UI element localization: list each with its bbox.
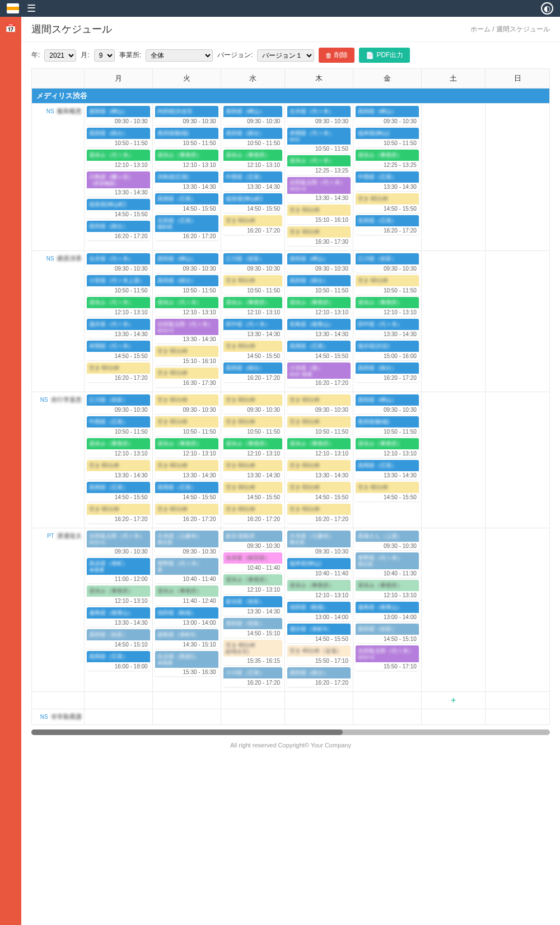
day-cell[interactable]: 江川様（初富）09:30 - 10:30空き 60分枠10:50 - 11:50… [353, 250, 421, 392]
schedule-event[interactable]: 小笠様（代々木上原）10:50 - 11:50 [87, 275, 150, 295]
schedule-event[interactable]: 池田様（駒場）13:00 - 14:00 [287, 602, 351, 621]
schedule-event[interactable]: 昼休み（代々木）12:25 - 13:25 [287, 155, 351, 175]
schedule-event[interactable]: 空き 60分枠15:10 - 16:10 [287, 204, 351, 224]
day-cell[interactable]: 空き 60分枠09:30 - 10:30空き 60分枠10:50 - 11:50… [152, 392, 221, 528]
schedule-event[interactable]: 高岡様（広尾）13:30 - 14:30 [356, 460, 419, 480]
schedule-event[interactable]: 空き 60分枠16:20 - 17:20 [287, 504, 351, 523]
schedule-event[interactable]: 原田様（岬山）09:30 - 10:30 [356, 394, 419, 414]
schedule-event[interactable]: 吉田龍太郎（代々木）40分×209:30 - 10:30 [87, 531, 150, 556]
schedule-event[interactable]: 昼休み（事務所）12:10 - 13:10 [356, 297, 419, 317]
schedule-event[interactable]: 原田様（岬山）09:30 - 10:30 [287, 253, 351, 273]
day-cell[interactable] [421, 392, 486, 528]
schedule-event[interactable]: 原田様（初富）14:50 - 15:10 [356, 624, 419, 643]
day-cell[interactable]: 原田様（岬山）09:30 - 10:30高田様（師台）10:50 - 11:50… [152, 250, 221, 392]
schedule-event[interactable]: 昼休み（事務所）12:10 - 13:10 [223, 150, 283, 169]
schedule-event[interactable]: 高田様（師台）10:50 - 11:50 [87, 128, 150, 147]
day-cell[interactable]: 大木様（元麻布）果生部09:30 - 10:30青野様（代々木）愛10:40 -… [152, 528, 221, 692]
schedule-event[interactable]: 堀井様(渋谷)15:00 - 16:00 [356, 341, 419, 360]
schedule-event[interactable]: 酒井様（代々木）13:30 - 14:30 [87, 319, 150, 338]
schedule-event[interactable]: 空き 60分枠14:50 - 15:50 [356, 193, 419, 213]
day-cell[interactable] [486, 528, 550, 692]
schedule-event[interactable]: 石田様（広尾）様斜視16:20 - 17:20 [155, 215, 218, 240]
schedule-event[interactable]: 空き 60分枠09:30 - 10:30 [155, 394, 218, 414]
day-cell[interactable]: 高田様（岬山）09:30 - 10:30福本様(神山)10:50 - 11:50… [353, 104, 421, 251]
delete-button[interactable]: 🗑 削除 [319, 48, 354, 63]
schedule-event[interactable]: 高田様（師台）10:50 - 11:50 [287, 275, 351, 295]
schedule-event[interactable]: 昼休み（事務所）12:10 - 13:10 [287, 297, 351, 317]
schedule-event[interactable]: 大木様（元麻布）果生部09:30 - 10:30 [155, 531, 218, 556]
day-cell[interactable] [486, 392, 550, 528]
schedule-event[interactable]: 空き 40分枠(砂塔在宅)15:35 - 16:15 [223, 640, 283, 665]
schedule-event[interactable]: 福本様(神山)10:50 - 11:50 [356, 128, 419, 147]
schedule-event[interactable]: 原田様（岬山）09:30 - 10:30 [87, 106, 150, 125]
schedule-event[interactable]: 空き 60分枠10:50 - 11:50 [223, 416, 283, 436]
schedule-event[interactable]: 空き 60分枠16:20 - 17:20 [223, 504, 283, 523]
schedule-event[interactable]: 空き 60分枠16:30 - 17:30 [287, 226, 351, 246]
day-cell[interactable]: 新谷 様栃尼09:30 - 10:30水井様（師宮様）10:40 - 11:40… [221, 528, 285, 692]
day-cell[interactable]: 原田様（岬山）09:30 - 10:30高田様（師台）10:50 - 11:50… [221, 104, 285, 251]
schedule-event[interactable]: 空き 60分枠14:50 - 15:50 [356, 482, 419, 501]
schedule-event[interactable]: 原田様（初富）14:50 - 15:10 [87, 629, 150, 649]
version-select[interactable]: バージョン１ [257, 49, 314, 62]
schedule-event[interactable]: 昼休み（事務所）12:10 - 13:10 [223, 574, 283, 594]
schedule-event[interactable]: 中西様（広尾）10:50 - 11:50 [87, 416, 150, 436]
schedule-event[interactable]: 空き 60分枠10:50 - 11:50 [287, 416, 351, 436]
schedule-event[interactable]: 昼休み（事務所）12:10 - 13:10 [356, 438, 419, 458]
day-cell[interactable]: 江川様（初富）09:30 - 10:30中西様（広尾）10:50 - 11:50… [84, 392, 152, 528]
add-schedule-icon[interactable]: + [421, 692, 486, 709]
schedule-event[interactable]: 小寺様（泉）50分 猫連16:20 - 17:20 [287, 362, 351, 388]
day-cell[interactable]: 吉田龍太郎（代々木）40分×209:30 - 10:30高谷様（幸町）★猫連11… [84, 528, 152, 692]
schedule-event[interactable]: 福音様(神山町)14:50 - 15:50 [87, 199, 150, 219]
day-cell[interactable]: 江川様（初富）09:30 - 10:30空き 60分枠10:50 - 11:50… [221, 250, 285, 392]
schedule-event[interactable]: 遠島様（南青山）13:30 - 14:30 [87, 607, 150, 627]
schedule-event[interactable]: 昼休み（事務所）12:10 - 13:10 [87, 438, 150, 458]
schedule-event[interactable]: 小川様（広尾）16:20 - 17:20 [223, 667, 283, 687]
schedule-event[interactable]: 長島様（南青山）13:30 - 14:30 [287, 319, 351, 338]
schedule-event[interactable]: 中西様（広尾）13:30 - 14:30 [223, 171, 283, 191]
day-cell[interactable] [285, 709, 353, 725]
schedule-event[interactable]: 青野様（代々木）果生部10:40 - 11:30 [356, 552, 419, 578]
schedule-event[interactable]: 原田様（師台）16:20 - 17:20 [287, 667, 351, 687]
day-cell[interactable] [421, 709, 486, 725]
schedule-event[interactable]: 福本様(神山)10:40 - 11:40 [287, 558, 351, 578]
schedule-event[interactable]: 空き 60分枠16:20 - 17:20 [87, 362, 150, 382]
schedule-event[interactable]: 大木様（元麻布）果生部09:30 - 10:30 [287, 531, 351, 556]
day-cell[interactable] [421, 104, 486, 251]
day-cell[interactable]: 大木様（元麻布）果生部09:30 - 10:30福本様(神山)10:40 - 1… [285, 528, 353, 692]
schedule-event[interactable]: 本間様（代々木）90分10:50 - 11:50 [287, 128, 351, 153]
schedule-event[interactable]: 新谷様（初富）13:30 - 14:30 [223, 596, 283, 616]
schedule-event[interactable]: 安田様（広尾）16:20 - 17:20 [356, 215, 419, 235]
schedule-event[interactable]: 吉田龍太郎（代々木）40分×213:30 - 14:30 [155, 319, 218, 344]
schedule-event[interactable]: 昼休み（事務所）12:10 - 13:10 [155, 438, 218, 458]
schedule-event[interactable]: 空き 60分枠16:20 - 17:20 [87, 504, 150, 523]
schedule-event[interactable]: 昼休み（代々木）12:10 - 13:10 [87, 297, 150, 317]
schedule-event[interactable]: 空き 60分枠10:50 - 11:50 [356, 275, 419, 295]
schedule-event[interactable]: 高田様（岬山）09:30 - 10:30 [356, 106, 419, 125]
schedule-event[interactable]: 高岡様（広尾）14:50 - 15:50 [287, 341, 351, 360]
schedule-event[interactable]: 川島様（幡ヶ谷）（新規確認）13:30 - 14:30 [87, 171, 150, 197]
schedule-event[interactable]: 空き 40分枠（近場）15:50 - 17:10 [287, 645, 351, 665]
schedule-event[interactable]: 中西様（広尾）13:30 - 14:30 [356, 171, 419, 191]
schedule-event[interactable]: 吉田龍太郎（代々木）40分×215:50 - 17:10 [356, 645, 419, 671]
schedule-event[interactable]: 池田様（駒場）13:00 - 14:00 [155, 607, 218, 627]
day-cell[interactable] [486, 709, 550, 725]
schedule-event[interactable]: 空き 60分枠16:30 - 17:30 [155, 368, 218, 387]
schedule-event[interactable]: 昼休み（事務所）12:10 - 13:10 [287, 438, 351, 458]
schedule-event[interactable]: 高岡様（広尾）14:50 - 15:50 [155, 482, 218, 501]
brand-icon[interactable]: ◐ [541, 2, 553, 15]
menu-toggle-icon[interactable]: ☰ [27, 3, 36, 13]
day-cell[interactable] [84, 709, 152, 725]
schedule-event[interactable]: 高田様（師台）10:50 - 11:50 [155, 275, 218, 295]
schedule-event[interactable]: 酒井様（幸町4）14:50 - 15:50 [287, 624, 351, 643]
schedule-event[interactable]: 昼休み（代々木）12:10 - 13:10 [87, 150, 150, 169]
schedule-event[interactable]: 空き 60分枠10:50 - 11:50 [155, 416, 218, 436]
schedule-event[interactable]: 空き 60分枠13:30 - 14:30 [87, 460, 150, 480]
schedule-event[interactable]: 昼休み（事務所）12:10 - 13:10 [155, 150, 218, 169]
schedule-event[interactable]: 空き 60分枠10:50 - 11:50 [223, 275, 283, 295]
office-select[interactable]: 全体 [146, 49, 213, 62]
schedule-event[interactable]: 昼休み（事務所）12:10 - 13:10 [223, 297, 283, 317]
pdf-export-button[interactable]: 📄 PDF出力 [359, 48, 410, 63]
schedule-event[interactable]: 昼休み（事務所）12:25 - 13:25 [356, 150, 419, 169]
schedule-event[interactable]: 江川様（初富）09:30 - 10:30 [223, 253, 283, 273]
day-cell[interactable]: 内田様(渋谷3)09:30 - 10:30奥田様(駒場)10:50 - 11:5… [152, 104, 221, 251]
